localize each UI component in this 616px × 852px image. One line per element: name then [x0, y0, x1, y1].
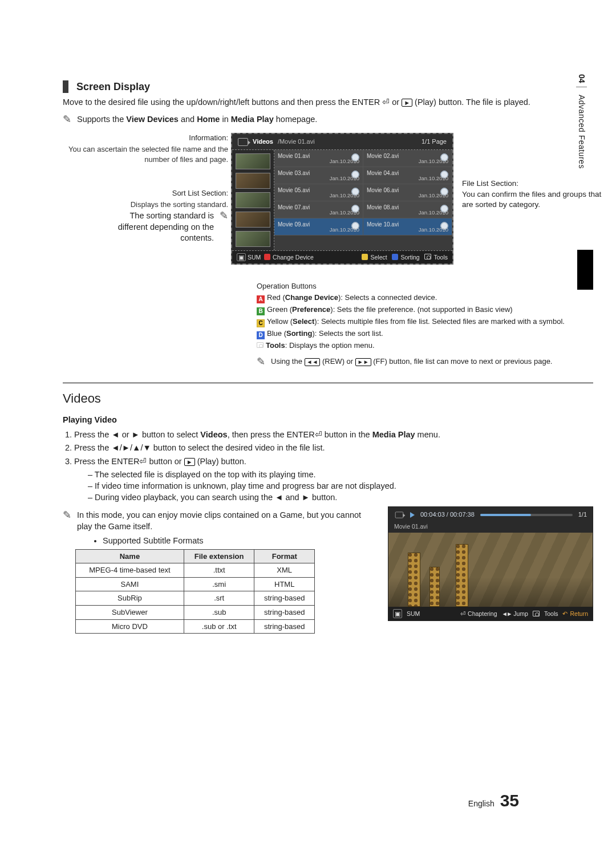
subheading-playing-video: Playing Video	[63, 415, 593, 426]
callout-info-body: You can ascertain the selected file name…	[57, 144, 228, 164]
file-cell[interactable]: Movie 08.aviJan.10.2010	[363, 201, 452, 218]
sort-thumb	[236, 173, 270, 189]
playback-filename: Movie 01.avi	[388, 522, 593, 533]
blue-key-icon	[392, 254, 398, 260]
th-name: Name	[76, 549, 184, 563]
tools-icon	[533, 611, 540, 616]
step-3c: During video playback, you can search us…	[88, 492, 593, 504]
file-cell-selected[interactable]: Movie 10.aviJan.10.2010	[363, 218, 452, 236]
note-icon: ✎	[220, 210, 228, 221]
screenshot-diagram: Information: You can ascertain the selec…	[63, 133, 593, 275]
callout-info-title: Information:	[57, 133, 228, 143]
table-row: SAMI.smiHTML	[76, 577, 315, 591]
playback-frame	[388, 533, 593, 607]
subtitle-formats-table: Name File extension Format MPEG-4 time-b…	[75, 549, 315, 634]
screenshot-footer: ▣ SUM Change Device Select Sorting Tools	[232, 250, 452, 263]
left-callouts: Information: You can ascertain the selec…	[57, 133, 228, 247]
footer-left: ▣ SUM Change Device	[237, 253, 314, 261]
d-key-icon: D	[257, 331, 265, 339]
page-indicator: 1/1 Page	[422, 137, 447, 146]
red-key-icon	[264, 254, 270, 260]
enter-icon: ⏎	[382, 98, 390, 107]
b-key-icon: B	[257, 307, 265, 315]
tools-icon	[424, 254, 431, 259]
op-d: DBlue (Sorting): Selects the sort list.	[257, 328, 593, 339]
game-note: ✎ In this mode, you can enjoy movie clip…	[63, 510, 376, 532]
table-row: SubViewer.substring-based	[76, 606, 315, 620]
th-format: Format	[254, 549, 315, 563]
manual-page: 04 Advanced Features Screen Display Move…	[0, 0, 616, 852]
subtitle-bullet: Supported Subtitle Formats	[80, 535, 376, 547]
playing-steps: Press the ◄ or ► button to select Videos…	[74, 429, 593, 503]
sort-thumb	[236, 212, 270, 228]
enter-icon: ⏎	[460, 610, 465, 618]
heading-text: Screen Display	[76, 80, 150, 94]
step-3b: If video time information is unknown, pl…	[88, 481, 593, 492]
file-cell[interactable]: Movie 07.aviJan.10.2010	[274, 201, 363, 218]
th-ext: File extension	[184, 549, 254, 563]
file-cell[interactable]: Movie 01.aviJan.10.2010	[274, 150, 363, 167]
playback-count: 1/1	[578, 510, 587, 519]
a-key-icon: A	[257, 295, 265, 303]
heading-bar-icon	[63, 80, 68, 93]
playback-screenshot: 00:04:03 / 00:07:38 1/1 Movie 01.avi ▣ S…	[388, 506, 593, 621]
section-heading-videos: Videos	[63, 390, 593, 407]
frame-giraffe	[429, 567, 440, 607]
lower-two-column: ✎ In this mode, you can enjoy movie clip…	[63, 506, 593, 634]
callout-sort-title: Sort List Section:	[57, 188, 228, 198]
return-icon: ↶	[562, 610, 568, 618]
videos-icon	[395, 512, 403, 518]
file-cell[interactable]: Movie 02.aviJan.10.2010	[363, 150, 452, 167]
playback-time: 00:04:03 / 00:07:38	[420, 510, 475, 519]
sort-thumb	[236, 153, 270, 169]
sum-icon: ▣	[237, 253, 246, 261]
breadcrumb-main: Videos	[253, 137, 273, 146]
tools-icon	[257, 342, 264, 348]
file-cell[interactable]: Movie 03.aviJan.10.2010	[274, 167, 363, 184]
chaptering-hint: ⏎Chaptering	[460, 610, 497, 618]
page-footer: English 35	[468, 789, 519, 813]
frame-giraffe	[408, 553, 420, 607]
sum-icon: ▣	[393, 609, 402, 618]
opbuttons-heading: Operation Buttons	[257, 281, 593, 291]
play-state-icon	[410, 512, 415, 518]
sort-thumb	[236, 192, 270, 208]
screenshot-body: Movie 01.aviJan.10.2010 Movie 02.aviJan.…	[232, 150, 452, 250]
videos-icon	[238, 138, 248, 146]
play-icon: ►	[402, 99, 412, 107]
callout-filelist-body: You can confirm the files and groups tha…	[462, 190, 601, 209]
subtitle-bullet-text: Supported Subtitle Formats	[103, 535, 376, 547]
table-row: SubRip.srtstring-based	[76, 591, 315, 606]
footer-right: Select Sorting Tools	[362, 253, 448, 261]
step-2: Press the ◄/►/▲/▼ button to select the d…	[74, 443, 593, 454]
c-key-icon: C	[257, 319, 265, 327]
step-3a: The selected file is displayed on the to…	[88, 469, 593, 481]
op-tools: Tools: Displays the option menu.	[257, 340, 593, 351]
jump-hint: ◄►Jump	[501, 610, 528, 618]
section-heading-screen-display: Screen Display	[63, 80, 593, 94]
enter-icon: ⏎	[139, 457, 147, 466]
op-rewff-note: ✎ Using the ◄◄ (REW) or ►► (FF) button, …	[257, 356, 593, 367]
yellow-key-icon	[362, 254, 368, 260]
breadcrumb: Videos /Movie 01.avi	[238, 137, 315, 146]
file-cell[interactable]: Movie 04.aviJan.10.2010	[363, 167, 452, 184]
file-grid: Movie 01.aviJan.10.2010 Movie 02.aviJan.…	[274, 150, 452, 250]
step-3-sublist: The selected file is displayed on the to…	[88, 469, 593, 503]
step-1: Press the ◄ or ► button to select Videos…	[74, 429, 593, 441]
support-note: ✎ Supports the View Devices and Home in …	[63, 114, 593, 125]
return-hint: ↶Return	[562, 610, 588, 618]
operation-buttons-block: Operation Buttons ARed (Change Device): …	[257, 281, 593, 366]
file-cell[interactable]: Movie 06.aviJan.10.2010	[363, 184, 452, 201]
footer-page-number: 35	[500, 791, 519, 810]
file-cell-selected[interactable]: Movie 09.aviJan.10.2010	[274, 218, 363, 236]
progress-bar[interactable]	[480, 514, 573, 516]
ff-icon: ►►	[355, 358, 371, 366]
callout-sort-body: Displays the sorting standard.	[57, 200, 228, 210]
note-icon: ✎	[257, 356, 265, 367]
footer-language: English	[468, 799, 495, 808]
file-cell[interactable]: Movie 05.aviJan.10.2010	[274, 184, 363, 201]
callout-sort-note: The sorting standard is different depend…	[57, 210, 228, 244]
note-icon: ✎	[63, 510, 71, 520]
sort-thumbnails	[232, 150, 274, 250]
breadcrumb-path: /Movie 01.avi	[278, 137, 315, 146]
